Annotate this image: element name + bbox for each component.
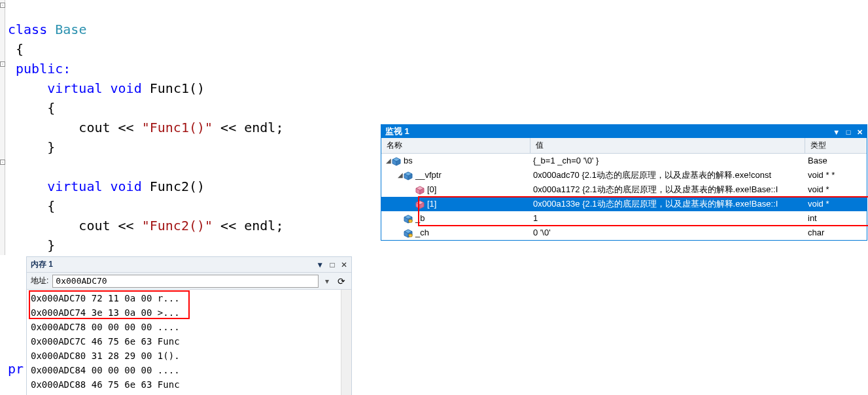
code-line: } [8,237,55,253]
string-literal: "Func2()" [142,218,213,233]
maximize-icon[interactable]: □ [846,128,851,136]
address-label: 地址: [31,275,48,286]
watch-row[interactable]: ◢__vfptr0x000adc70 {2.1动态的底层原理，以及虚基表的解释.… [381,168,867,182]
variable-name: _b [415,211,425,226]
variable-cube-icon [404,228,413,237]
memory-title-bar[interactable]: 内存 1 ▼ □ ✕ [27,257,351,273]
variable-cube-icon [415,199,425,209]
header-value[interactable]: 值 [530,138,805,153]
watch-window-controls: ▼ □ ✕ [829,127,863,137]
scrollbar[interactable] [341,290,351,395]
variable-name: bs [404,154,413,168]
watch-header-row: 名称 值 类型 [381,138,867,154]
code-line: << endl; [213,218,283,233]
memory-title: 内存 1 [31,259,312,270]
close-icon[interactable]: ✕ [857,128,863,136]
keyword-public: public: [8,61,71,77]
header-type[interactable]: 类型 [805,138,867,153]
variable-cube-icon [392,156,401,165]
fold-marker-icon[interactable]: - [0,160,5,165]
code-line: cout << [8,120,142,135]
code-line: { [8,41,24,57]
watch-title: 监视 1 [385,126,829,137]
variable-value: {_b=1 _ch=0 '\0' } [530,154,805,168]
memory-row[interactable]: 0x000ADC8C 32 28 29 00 2(). [31,392,347,395]
fold-gutter: - - - [0,0,5,255]
variable-value: 0 '\0' [530,226,805,240]
refresh-icon[interactable]: ⟳ [336,276,347,286]
variable-name: [1] [427,197,436,211]
close-icon[interactable]: ✕ [341,260,347,269]
keyword-virtual: virtual [8,80,103,96]
header-name[interactable]: 名称 [381,138,530,153]
fold-marker-icon[interactable]: - [0,61,5,67]
dropdown-icon[interactable]: ▼ [833,128,840,136]
variable-type: void * [805,182,867,197]
watch-title-bar[interactable]: 监视 1 ▼ □ ✕ [381,125,867,138]
watch-row[interactable]: _b1int [381,211,867,226]
code-line: { [8,100,55,116]
expand-icon[interactable]: ◢ [397,168,404,182]
fold-marker-icon[interactable]: - [0,3,5,8]
watch-row[interactable]: [1]0x000a133e {2.1动态的底层原理，以及虚基表的解释.exe!B… [381,197,867,211]
memory-window-controls: ▼ □ ✕ [312,260,347,269]
variable-type: void * [805,197,867,211]
memory-address-bar: 地址: ▾ ⟳ [27,273,351,290]
maximize-icon[interactable]: □ [330,260,334,269]
code-editor[interactable]: - - - class Base { public: virtual void … [0,0,353,255]
memory-row[interactable]: 0x000ADC74 3e 13 0a 00 >... [31,305,347,320]
variable-cube-icon [415,185,425,194]
memory-row[interactable]: 0x000ADC70 72 11 0a 00 r... [31,291,347,305]
variable-cube-icon [404,214,413,223]
memory-hex-view[interactable]: 0x000ADC70 72 11 0a 00 r...0x000ADC74 3e… [27,290,351,395]
watch-row[interactable]: _ch0 '\0'char [381,226,867,240]
memory-row[interactable]: 0x000ADC80 31 28 29 00 1(). [31,349,347,363]
variable-name: __vfptr [415,168,442,182]
code-line: << endl; [213,120,283,135]
code-line: } [8,139,55,155]
keyword-fragment: pr [8,361,24,377]
code-line: cout << [8,218,142,233]
string-literal: "Func1()" [142,120,213,135]
keyword-void: void [103,80,142,96]
watch-row[interactable]: ◢bs{_b=1 _ch=0 '\0' }Base [381,154,867,168]
variable-cube-icon [404,171,413,180]
keyword-void: void [103,179,142,194]
variable-value: 0x000adc70 {2.1动态的底层原理，以及虚基表的解释.exe!cons… [530,168,805,182]
func-decl: Func1() [142,80,205,96]
svg-rect-15 [409,220,412,222]
variable-type: Base [805,154,867,168]
variable-name: [0] [427,182,436,197]
code-text: class Base { public: virtual void Func1(… [8,0,283,275]
type-name: Base [47,22,86,37]
variable-type: char [805,226,867,240]
memory-panel: 内存 1 ▼ □ ✕ 地址: ▾ ⟳ 0x000ADC70 72 11 0a 0… [26,256,352,395]
address-dropdown-icon[interactable]: ▾ [322,277,332,286]
dropdown-icon[interactable]: ▼ [316,260,324,269]
memory-row[interactable]: 0x000ADC88 46 75 6e 63 Func [31,377,347,392]
variable-type: int [805,211,867,226]
code-line: { [8,198,55,214]
func-decl: Func2() [142,179,205,194]
variable-value: 0x000a1172 {2.1动态的底层原理，以及虚基表的解释.exe!Base… [530,182,805,197]
watch-panel: 监视 1 ▼ □ ✕ 名称 值 类型 ◢bs{_b=1 _ch=0 '\0' }… [381,124,867,241]
memory-row[interactable]: 0x000ADC84 00 00 00 00 .... [31,363,347,377]
keyword-virtual: virtual [8,179,103,194]
watch-row[interactable]: [0]0x000a1172 {2.1动态的底层原理，以及虚基表的解释.exe!B… [381,182,867,197]
variable-value: 1 [530,211,805,226]
address-input[interactable] [52,275,319,288]
memory-row[interactable]: 0x000ADC78 00 00 00 00 .... [31,320,347,334]
variable-value: 0x000a133e {2.1动态的底层原理，以及虚基表的解释.exe!Base… [530,197,805,211]
variable-name: _ch [415,226,429,240]
memory-row[interactable]: 0x000ADC7C 46 75 6e 63 Func [31,334,347,349]
expand-icon[interactable]: ◢ [385,154,392,168]
svg-rect-19 [409,234,412,237]
variable-type: void * * [805,168,867,182]
keyword-class: class [8,22,47,37]
